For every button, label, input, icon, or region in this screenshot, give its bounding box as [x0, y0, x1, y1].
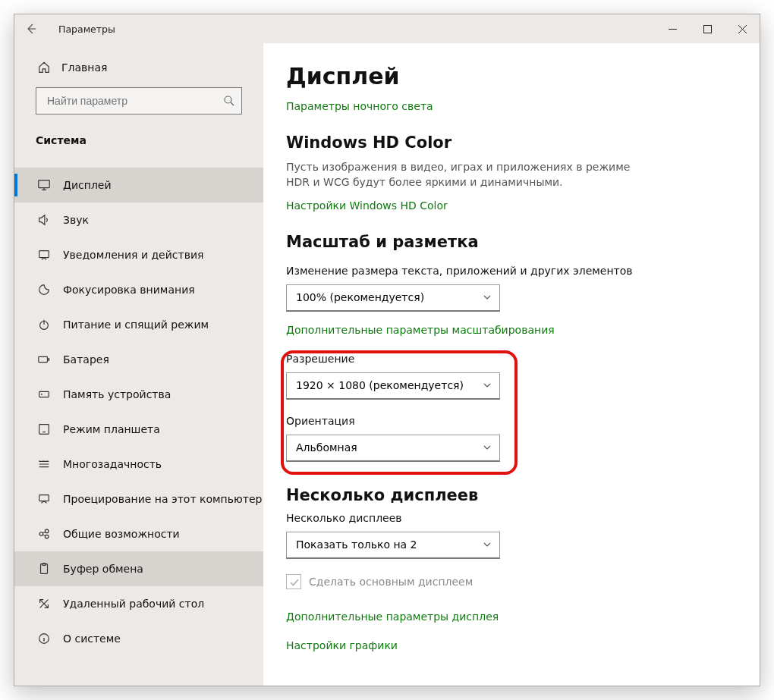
sidebar-item-battery[interactable]: Батарея: [14, 342, 263, 377]
svg-point-13: [45, 535, 49, 538]
orientation-label: Ориентация: [286, 415, 729, 427]
scale-advanced-link[interactable]: Дополнительные параметры масштабирования: [286, 324, 555, 336]
sidebar-item-label: Проецирование на этот компьютер: [63, 493, 262, 505]
sidebar-item-storage[interactable]: Память устройства: [14, 377, 263, 412]
page-title: Дисплей: [286, 63, 729, 89]
notifications-icon: [36, 246, 52, 263]
back-button[interactable]: [14, 14, 48, 43]
remote-icon: [36, 595, 52, 612]
sidebar-item-label: Батарея: [63, 353, 109, 366]
storage-icon: [36, 386, 52, 403]
multi-dropdown[interactable]: Показать только на 2: [286, 532, 500, 559]
sidebar-home[interactable]: Главная: [14, 51, 263, 84]
sidebar-item-sound[interactable]: Звук: [14, 202, 263, 237]
settings-window: Параметры Главная: [14, 14, 760, 686]
sidebar-item-shared[interactable]: Общие возможности: [14, 516, 263, 551]
search-input[interactable]: [46, 94, 223, 108]
shared-icon: [36, 526, 52, 542]
chevron-down-icon: [483, 443, 492, 452]
sidebar-item-focus[interactable]: Фокусировка внимания: [14, 272, 263, 307]
clipboard-icon: [36, 560, 52, 577]
sidebar-item-remote[interactable]: Удаленный рабочий стол: [14, 586, 263, 621]
main-content: Дисплей Параметры ночного света Windows …: [263, 43, 760, 686]
multi-heading: Несколько дисплеев: [286, 486, 729, 504]
power-icon: [36, 316, 52, 333]
maximize-icon: [703, 25, 712, 33]
projecting-icon: [36, 491, 52, 507]
scale-size-value: 100% (рекомендуется): [296, 291, 483, 303]
window-controls: [655, 14, 760, 43]
resolution-value: 1920 × 1080 (рекомендуется): [296, 379, 483, 391]
focus-icon: [36, 281, 52, 298]
sidebar-item-tablet[interactable]: Режим планшета: [14, 412, 263, 447]
chevron-down-icon: [483, 381, 492, 390]
night-light-link[interactable]: Параметры ночного света: [286, 100, 433, 112]
tablet-icon: [36, 421, 52, 438]
close-icon: [738, 25, 747, 33]
scale-heading: Масштаб и разметка: [286, 233, 729, 251]
sidebar-item-label: Многозадачность: [63, 458, 162, 470]
make-main-checkbox: Сделать основным дисплеем: [286, 574, 729, 589]
svg-rect-5: [39, 356, 48, 362]
svg-point-12: [45, 529, 49, 533]
sidebar-item-label: Дисплей: [63, 179, 112, 191]
advanced-display-link[interactable]: Дополнительные параметры дисплея: [286, 611, 499, 623]
svg-rect-7: [39, 391, 49, 397]
resolution-dropdown[interactable]: 1920 × 1080 (рекомендуется): [286, 372, 500, 400]
svg-rect-9: [39, 425, 49, 435]
resolution-label: Разрешение: [286, 353, 729, 365]
multi-label: Несколько дисплеев: [286, 512, 729, 524]
multitasking-icon: [36, 456, 52, 472]
orientation-value: Альбомная: [296, 441, 483, 454]
battery-icon: [36, 351, 52, 368]
arrow-left-icon: [25, 23, 37, 35]
graphics-link[interactable]: Настройки графики: [286, 639, 398, 651]
sidebar: Главная Система Дисплей: [14, 43, 263, 686]
sidebar-item-label: Удаленный рабочий стол: [63, 598, 204, 610]
hd-color-link[interactable]: Настройки Windows HD Color: [286, 199, 448, 212]
sidebar-item-about[interactable]: О системе: [14, 621, 263, 656]
sound-icon: [36, 212, 52, 228]
sidebar-item-projecting[interactable]: Проецирование на этот компьютер: [14, 482, 263, 516]
hd-color-desc: Пусть изображения в видео, играх и прило…: [286, 159, 650, 190]
multi-value: Показать только на 2: [296, 538, 483, 551]
sidebar-item-label: Память устройства: [63, 388, 171, 400]
svg-point-11: [39, 532, 43, 536]
sidebar-item-power[interactable]: Питание и спящий режим: [14, 307, 263, 342]
sidebar-section: Система: [14, 115, 263, 152]
hd-color-heading: Windows HD Color: [286, 133, 729, 152]
sidebar-item-label: Звук: [63, 214, 89, 226]
home-icon: [36, 61, 52, 74]
checkbox-icon: [286, 574, 301, 589]
sidebar-item-label: Питание и спящий режим: [63, 319, 209, 331]
sidebar-item-label: Режим планшета: [63, 423, 160, 435]
about-icon: [36, 630, 52, 647]
sidebar-item-notifications[interactable]: Уведомления и действия: [14, 237, 263, 272]
minimize-button[interactable]: [655, 14, 690, 43]
orientation-dropdown[interactable]: Альбомная: [286, 435, 500, 462]
make-main-label: Сделать основным дисплеем: [309, 576, 473, 588]
svg-rect-0: [703, 25, 711, 33]
sidebar-item-display[interactable]: Дисплей: [14, 168, 263, 202]
search-box[interactable]: [36, 87, 242, 115]
sidebar-item-label: Уведомления и действия: [63, 249, 203, 261]
svg-rect-2: [39, 180, 49, 188]
search-icon: [223, 95, 235, 107]
sidebar-item-label: Общие возможности: [63, 528, 180, 540]
sidebar-home-label: Главная: [61, 61, 107, 74]
sidebar-item-label: Фокусировка внимания: [63, 284, 195, 296]
sidebar-item-clipboard[interactable]: Буфер обмена: [14, 551, 263, 586]
scale-size-label: Изменение размера текста, приложений и д…: [286, 265, 729, 277]
sidebar-item-label: Буфер обмена: [63, 563, 143, 575]
client-area: Главная Система Дисплей: [14, 43, 760, 686]
maximize-button[interactable]: [690, 14, 725, 43]
scale-size-dropdown[interactable]: 100% (рекомендуется): [286, 284, 500, 312]
close-button[interactable]: [725, 14, 760, 43]
chevron-down-icon: [483, 293, 492, 302]
minimize-icon: [669, 25, 677, 33]
sidebar-item-label: О системе: [63, 633, 121, 645]
sidebar-nav: Дисплей Звук Уведомления и действия Фоку…: [14, 168, 263, 656]
chevron-down-icon: [483, 540, 492, 549]
titlebar: Параметры: [14, 14, 760, 43]
sidebar-item-multitasking[interactable]: Многозадачность: [14, 447, 263, 482]
